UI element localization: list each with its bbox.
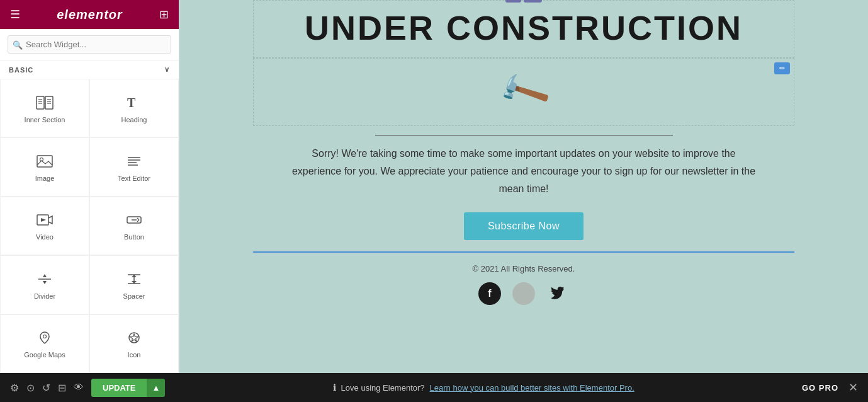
svg-marker-16 — [41, 218, 46, 222]
text-editor-label: Text Editor — [118, 175, 150, 182]
main-content: ☰ elementor ⊞ 🔍 BASIC ∨ — [0, 0, 868, 373]
button-icon — [125, 213, 143, 229]
widget-divider[interactable]: Divider — [0, 255, 89, 314]
icon-label: Icon — [128, 351, 141, 359]
update-group: UPDATE ▲ — [91, 379, 165, 397]
svg-line-19 — [137, 218, 139, 220]
construction-title: UNDER CONSTRUCTION — [266, 4, 781, 51]
footer-copyright: © 2021 All Rights Reserved. — [473, 264, 575, 273]
widget-image[interactable]: Image — [0, 137, 89, 196]
update-button[interactable]: UPDATE — [91, 379, 147, 397]
footer: © 2021 All Rights Reserved. f — [253, 253, 794, 314]
widget-inner-section[interactable]: Inner Section — [0, 79, 89, 137]
svg-rect-0 — [37, 96, 44, 109]
edit-icon-btn[interactable]: ✏ — [774, 62, 790, 74]
svg-text:T: T — [127, 96, 136, 110]
image-label: Image — [35, 175, 55, 182]
widget-text-editor[interactable]: Text Editor — [89, 137, 179, 196]
hamburger-icon[interactable]: ☰ — [10, 8, 20, 21]
heading-icon: T — [125, 96, 143, 112]
subscribe-button[interactable]: Subscribe Now — [464, 212, 583, 240]
section-label: BASIC ∨ — [0, 60, 179, 79]
bottom-bar-right: GO PRO ✕ — [802, 381, 858, 394]
inner-section-label: Inner Section — [25, 116, 65, 123]
sidebar-header: ☰ elementor ⊞ — [0, 0, 179, 29]
video-label: Video — [36, 233, 54, 241]
text-editor-icon — [125, 154, 143, 171]
spacer-icon — [125, 272, 143, 289]
google-maps-label: Google Maps — [24, 351, 65, 359]
responsive-icon[interactable]: ⊟ — [58, 382, 66, 394]
svg-marker-31 — [130, 334, 138, 342]
bottom-bar-center: ℹ Love using Elementor? Learn how you ca… — [333, 382, 634, 393]
search-icon: 🔍 — [13, 40, 23, 49]
svg-line-20 — [137, 220, 139, 222]
spacer-label: Spacer — [123, 292, 145, 300]
widget-icon[interactable]: Icon — [89, 314, 179, 373]
update-arrow-button[interactable]: ▲ — [147, 379, 165, 397]
search-wrapper: 🔍 — [8, 35, 171, 54]
button-label: Button — [124, 233, 144, 241]
grid-icon[interactable]: ⊞ — [159, 8, 169, 21]
go-pro-button[interactable]: GO PRO — [802, 383, 838, 393]
inner-section-icon — [36, 96, 54, 112]
app-wrapper: ☰ elementor ⊞ 🔍 BASIC ∨ — [0, 0, 868, 402]
svg-marker-22 — [43, 274, 47, 277]
svg-rect-1 — [45, 96, 53, 109]
chevron-icon: ∨ — [164, 66, 170, 74]
page-canvas: ⊡ ··· UNDER CONSTRUCTION ✏ 🔨 — [179, 0, 868, 373]
preview-icon[interactable]: 👁 — [74, 382, 84, 393]
social-circle-icon[interactable] — [512, 282, 535, 305]
body-text-section: Sorry! We're taking some time to make so… — [253, 138, 794, 202]
widget-google-maps[interactable]: Google Maps — [0, 314, 89, 373]
bottom-bar: ⚙ ⊙ ↺ ⊟ 👁 UPDATE ▲ ℹ Love using Elemento… — [0, 373, 868, 402]
widget-button[interactable]: Button — [89, 197, 179, 255]
layers-icon[interactable]: ⊙ — [26, 382, 35, 394]
search-input[interactable] — [8, 35, 171, 54]
body-text: Sorry! We're taking some time to make so… — [291, 145, 756, 198]
divider-line — [375, 135, 673, 135]
sidebar-search: 🔍 — [0, 29, 179, 60]
twitter-icon[interactable] — [546, 282, 569, 305]
divider-label: Divider — [34, 292, 55, 300]
svg-marker-23 — [43, 281, 47, 284]
widget-heading[interactable]: T Heading — [89, 79, 179, 137]
history-icon[interactable]: ↺ — [42, 382, 50, 394]
bottom-bar-left: ⚙ ⊙ ↺ ⊟ 👁 UPDATE ▲ — [10, 379, 165, 397]
widgets-grid: Inner Section T Heading — [0, 79, 179, 373]
video-icon — [36, 213, 54, 229]
sidebar: ☰ elementor ⊞ 🔍 BASIC ∨ — [0, 0, 179, 373]
hammer-icon: 🔨 — [494, 63, 553, 121]
facebook-icon[interactable]: f — [478, 282, 501, 305]
divider-icon — [36, 272, 54, 289]
svg-point-29 — [43, 335, 47, 338]
icon-widget-icon — [125, 331, 143, 347]
divider-section — [253, 126, 794, 138]
social-links: f — [478, 282, 569, 305]
logo: elementor — [57, 8, 123, 22]
canvas-wrapper: ⊡ ··· UNDER CONSTRUCTION ✏ 🔨 — [179, 0, 868, 373]
close-button[interactable]: ✕ — [848, 381, 858, 394]
section-dots-btn[interactable]: ··· — [524, 0, 542, 3]
bottom-message: Love using Elementor? — [341, 383, 425, 393]
elementor-pro-link[interactable]: Learn how you can build better sites wit… — [430, 383, 634, 393]
subscribe-section: Subscribe Now — [253, 202, 794, 253]
heading-label: Heading — [121, 116, 147, 123]
section-handle-btn[interactable]: ⊡ — [505, 0, 521, 3]
settings-icon[interactable]: ⚙ — [10, 382, 19, 394]
image-icon — [36, 154, 54, 171]
widget-video[interactable]: Video — [0, 197, 89, 255]
info-icon: ℹ — [333, 382, 336, 393]
canvas-scroll[interactable]: ⊡ ··· UNDER CONSTRUCTION ✏ 🔨 — [179, 0, 868, 373]
svg-rect-9 — [37, 156, 52, 167]
google-maps-icon — [36, 331, 54, 347]
widget-spacer[interactable]: Spacer — [89, 255, 179, 314]
